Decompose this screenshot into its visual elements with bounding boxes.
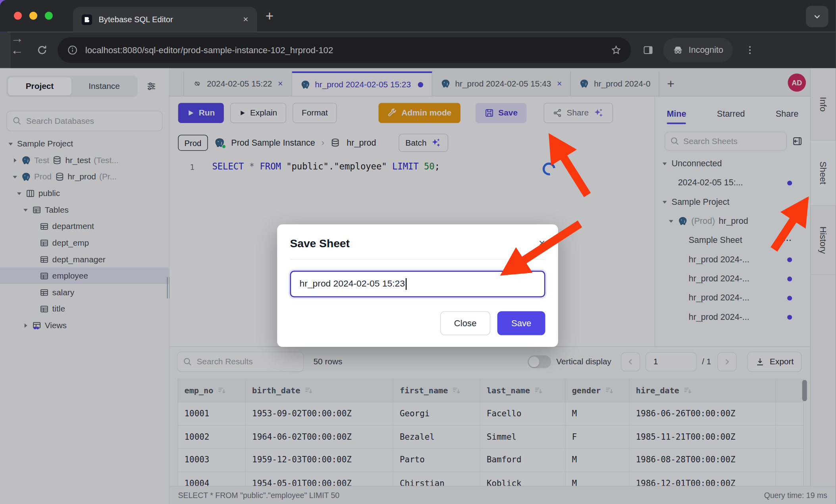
maximize-window-button[interactable] [45,12,53,20]
close-window-button[interactable] [14,12,22,20]
sheet-name-input[interactable]: hr_prod 2024-02-05 15:23 [290,271,545,297]
new-tab-button[interactable]: + [266,8,274,25]
dialog-close-button[interactable]: Close [440,311,490,335]
tab-search-button[interactable] [806,6,828,27]
minimize-window-button[interactable] [29,12,37,20]
dialog-close-icon[interactable]: × [539,237,545,248]
sheet-name-value: hr_prod 2024-02-05 15:23 [300,279,405,289]
window-controls [14,12,53,20]
close-tab-icon[interactable]: × [243,14,248,25]
browser-navbar: ← → localhost:8080/sql-editor/prod-sampl… [0,32,836,68]
browser-titlebar: Bytebase SQL Editor × + [0,0,836,32]
browser-tab-title: Bytebase SQL Editor [98,15,237,24]
sql-editor-app: ProjectInstance Search Databases Sample … [0,68,836,504]
text-cursor [405,278,406,290]
dialog-save-button[interactable]: Save [497,311,545,335]
dialog-title: Save Sheet [290,237,349,250]
save-sheet-dialog: Save Sheet × hr_prod 2024-02-05 15:23 Cl… [277,224,558,347]
forward-button[interactable]: → [11,32,836,68]
screen: Bytebase SQL Editor × + ← → localhost:80… [0,0,836,504]
bytebase-favicon-icon [81,14,92,25]
chevron-down-icon [813,12,821,21]
browser-tab[interactable]: Bytebase SQL Editor × [73,7,257,32]
dialog-divider [290,259,545,260]
